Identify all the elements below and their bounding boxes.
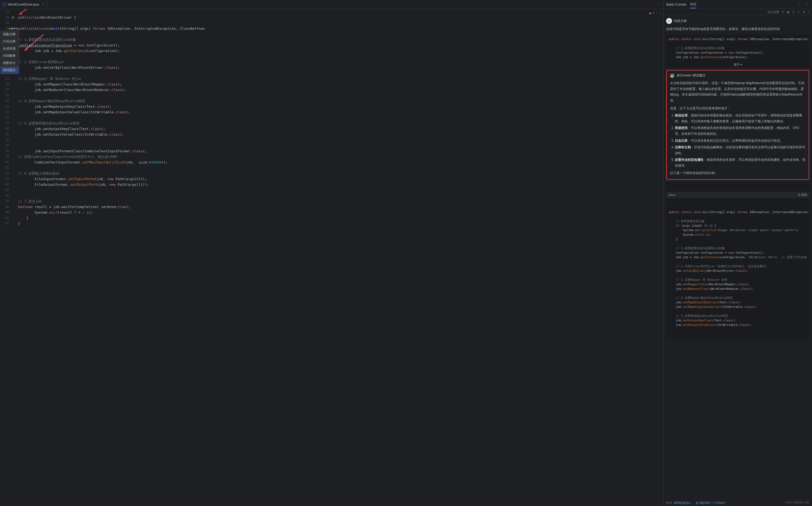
code-line[interactable] bbox=[18, 115, 663, 120]
code-line[interactable]: job.setOutputValueClass(IntWritable.clas… bbox=[18, 132, 663, 137]
code-line[interactable] bbox=[18, 193, 663, 198]
settings-icon[interactable]: ⚙ bbox=[802, 10, 805, 14]
code-line[interactable]: CombineTextInputFormat.setMaxInputSplitS… bbox=[18, 160, 663, 165]
renew-link[interactable]: 前往续费 bbox=[768, 10, 779, 14]
close-icon[interactable]: × bbox=[42, 3, 44, 6]
line-number[interactable]: 47 bbox=[0, 198, 16, 204]
history-icon[interactable]: ☰ bbox=[792, 10, 795, 14]
minimize-icon[interactable]: — bbox=[805, 2, 809, 7]
code-area[interactable]: public class WordCountDriver { public st… bbox=[16, 9, 663, 506]
code-line[interactable]: } bbox=[18, 215, 663, 221]
code-line[interactable]: job.setJarByClass(WordCountDriver.class)… bbox=[18, 65, 663, 70]
code-line[interactable]: // 2.关联Driver程序的jar bbox=[18, 59, 663, 65]
line-number[interactable]: 42 bbox=[0, 171, 16, 176]
code-line[interactable] bbox=[18, 54, 663, 59]
code-line[interactable] bbox=[18, 31, 663, 37]
code-line[interactable]: job.setReducerClass(WordCountReducer.cla… bbox=[18, 87, 663, 93]
comate-tab-chat[interactable]: 对话 bbox=[690, 2, 696, 7]
line-number[interactable]: 44 bbox=[0, 182, 16, 187]
line-number[interactable]: 14 bbox=[0, 15, 16, 20]
run-icon[interactable] bbox=[9, 27, 11, 30]
editor-tab[interactable]: C WordCountDriver.java × bbox=[0, 0, 47, 9]
code-line[interactable]: // 4.设置Mapper输出的key和value类型 bbox=[18, 98, 663, 104]
line-number[interactable]: 48 bbox=[0, 204, 16, 209]
code-line[interactable]: job.setMapOutputKeyClass(Text.class); bbox=[18, 104, 663, 109]
code-line[interactable]: // 设置CombineTextInputFormat的切片大小, 默认是100… bbox=[18, 154, 663, 160]
line-number[interactable]: 36 bbox=[0, 137, 16, 143]
gutter-action-icon[interactable] bbox=[13, 27, 15, 29]
line-number[interactable]: 29 bbox=[0, 98, 16, 104]
layout-icon[interactable]: ▣ bbox=[787, 10, 790, 14]
line-number[interactable]: 15 bbox=[0, 20, 16, 26]
line-number[interactable]: 25 bbox=[0, 76, 16, 81]
code-line[interactable]: // 3.关联Mapper 和 Reducer 的jar bbox=[18, 76, 663, 81]
line-number[interactable]: 40 bbox=[0, 160, 16, 165]
line-number[interactable]: 49 bbox=[0, 209, 16, 215]
gutter-action-icon[interactable] bbox=[11, 27, 13, 29]
line-number[interactable]: 33 bbox=[0, 120, 16, 126]
line-number[interactable]: 27 bbox=[0, 87, 16, 93]
more-icon[interactable]: ⋮ bbox=[797, 2, 801, 7]
code-line[interactable]: job.setOutputKeyClass(Text.class); bbox=[18, 126, 663, 132]
tab-overflow-icon[interactable]: ⋮ bbox=[654, 2, 663, 6]
line-number[interactable]: 31 bbox=[0, 109, 16, 115]
code-line[interactable]: // 6.设置输入和输出路径 bbox=[18, 171, 663, 176]
editor-body[interactable]: ▲ 1 ⌃ ⌄ 13141516171819202122232425262728… bbox=[0, 9, 663, 506]
comate-chat-scroll[interactable]: ◔ 阿莫夕林 这段代码是否有可能的bug或是否需要优化，如果有，请给出修复或优化… bbox=[664, 15, 812, 500]
code-line[interactable]: FileOutputFormat.setOutputPath(job, new … bbox=[18, 182, 663, 187]
line-number[interactable]: 38 bbox=[0, 148, 16, 154]
line-number[interactable]: 37 bbox=[0, 143, 16, 148]
line-number[interactable]: 45 bbox=[0, 187, 16, 193]
context-menu-item[interactable]: 代码解释 bbox=[1, 52, 19, 60]
line-number[interactable]: 35 bbox=[0, 132, 16, 137]
line-number[interactable]: 13 bbox=[0, 9, 16, 15]
line-number[interactable]: 32 bbox=[0, 115, 16, 120]
line-number[interactable]: 39 bbox=[0, 154, 16, 160]
new-chat-icon[interactable]: ✎ bbox=[797, 10, 800, 14]
line-number[interactable]: 51 bbox=[0, 221, 16, 226]
code-line[interactable]: boolean result = job.waitForCompletion( … bbox=[18, 204, 663, 209]
code-line[interactable]: Job job = Job.getInstance(configuration)… bbox=[18, 48, 663, 54]
code-line[interactable]: FileInputFormat.setInputPaths(job, new P… bbox=[18, 176, 663, 182]
code-line[interactable]: // 5.设置最终输出的key和value类型 bbox=[18, 120, 663, 126]
run-icon[interactable] bbox=[12, 16, 14, 19]
code-line[interactable]: public class WordCountDriver { bbox=[18, 15, 663, 20]
footer-shortcut[interactable]: 调用快捷指令， bbox=[674, 501, 694, 505]
line-number[interactable]: 26 bbox=[0, 81, 16, 87]
copy-button[interactable]: ⧉ 复制 bbox=[798, 193, 807, 197]
line-number[interactable]: 30 bbox=[0, 104, 16, 109]
code-line[interactable]: public static void main(String[] args) t… bbox=[18, 26, 663, 31]
code-line[interactable]: // 7.提交job bbox=[18, 198, 663, 204]
footer-at[interactable]: @ 调起插件 * 引用知识 bbox=[696, 501, 725, 505]
code-line[interactable]: } bbox=[18, 221, 663, 226]
context-menu-item[interactable]: 函数拆分 bbox=[1, 60, 19, 67]
code-line[interactable]: job.setInputFormatClass(CombineTextInput… bbox=[18, 148, 663, 154]
code-line[interactable]: System.exit(result ? 0 : 1); bbox=[18, 209, 663, 215]
line-number[interactable]: 41 bbox=[0, 165, 16, 171]
context-menu-item[interactable]: 生成单测 bbox=[1, 45, 19, 52]
context-menu-item[interactable]: 行间注释 bbox=[1, 38, 19, 45]
refresh-icon[interactable]: ⟳ bbox=[782, 10, 784, 14]
code-line[interactable] bbox=[18, 143, 663, 148]
code-line[interactable] bbox=[18, 70, 663, 76]
code-line[interactable]: job.setMapperClass(WordCountMapper.class… bbox=[18, 81, 663, 87]
expand-button[interactable]: 展开 ▾ bbox=[666, 62, 809, 67]
context-menu[interactable]: 函数注释行间注释生成单测代码解释函数拆分调优建议 bbox=[1, 30, 19, 74]
line-number[interactable]: 50 bbox=[0, 215, 16, 221]
code-line[interactable] bbox=[18, 137, 663, 143]
line-number[interactable]: 28 bbox=[0, 93, 16, 98]
line-number[interactable]: 46 bbox=[0, 193, 16, 198]
code-line[interactable] bbox=[18, 187, 663, 193]
help-icon[interactable]: ? bbox=[808, 11, 809, 14]
code-line[interactable] bbox=[18, 93, 663, 98]
code-line[interactable]: Configuration configuration = new Config… bbox=[18, 43, 663, 48]
code-line[interactable] bbox=[18, 9, 663, 15]
code-line[interactable]: job.setMapOutputValueClass(IntWritable.c… bbox=[18, 109, 663, 115]
code-line[interactable] bbox=[18, 20, 663, 26]
context-menu-item[interactable]: 调优建议 bbox=[1, 67, 19, 74]
code-line[interactable] bbox=[18, 165, 663, 171]
line-number[interactable]: 43 bbox=[0, 176, 16, 182]
context-menu-item[interactable]: 函数注释 bbox=[1, 31, 19, 38]
code-line[interactable]: // 1.获取配置信息以及获取job对象 bbox=[18, 37, 663, 43]
line-number[interactable]: 34 bbox=[0, 126, 16, 132]
